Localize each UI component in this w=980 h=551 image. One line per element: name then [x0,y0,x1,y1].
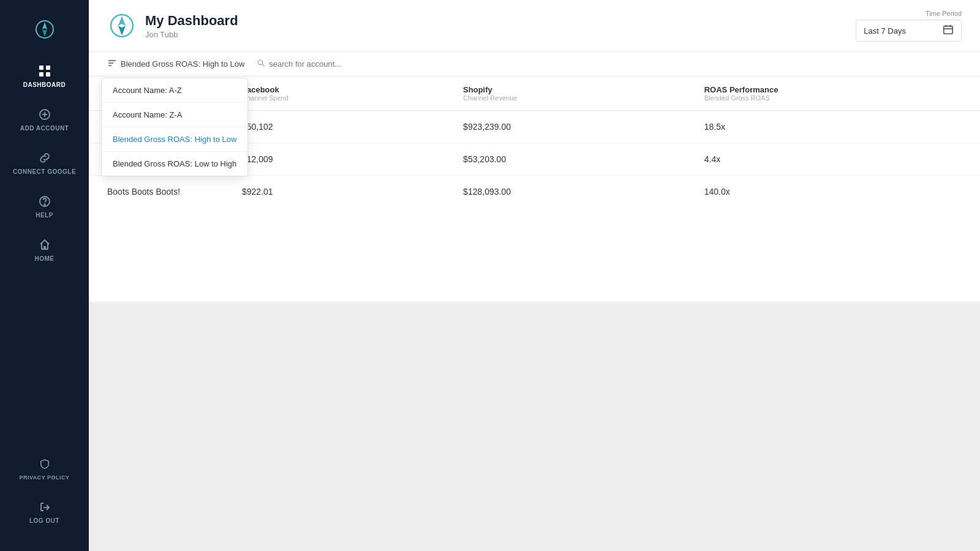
col-header-roas-main: ROAS Performance [704,85,962,94]
sidebar-item-connect-google[interactable]: CONNECT GOOGLE [0,143,89,184]
shield-icon [38,457,51,471]
dropdown-item-roas-high-low[interactable]: Blended Gross ROAS: High to Low [102,127,247,152]
search-icon [257,59,265,69]
sidebar-item-dashboard[interactable]: DASHBOARD [0,56,89,97]
search-wrapper [257,59,391,69]
link-icon [38,151,51,165]
header-left: My Dashboard Jon Tubb [107,11,238,40]
sort-dropdown: Account Name: A-Z Account Name: Z-A Blen… [101,78,248,176]
sidebar-item-connect-google-label: CONNECT GOOGLE [13,168,76,175]
sidebar-item-privacy-policy[interactable]: PRIVACY POLICY [0,449,89,489]
log-out-icon [38,500,51,514]
dropdown-item-roas-low-high[interactable]: Blended Gross ROAS: Low to High [102,152,247,176]
time-period-selector[interactable]: Last 7 Days [856,20,962,42]
col-header-facebook: Facebook Channel Spend [224,77,445,111]
header-right: Time Period Last 7 Days [856,10,962,42]
help-circle-icon [38,195,51,208]
page-title: My Dashboard [145,13,238,29]
sort-icon [107,58,117,70]
table-row: Boots Boots Boots! $922.01 $128,093.00 1… [89,176,980,208]
sidebar-logo [0,12,89,56]
search-input[interactable] [269,59,391,69]
dropdown-item-name-az[interactable]: Account Name: A-Z [102,78,247,103]
svg-rect-4 [46,72,50,77]
sidebar-item-home[interactable]: HOME [0,230,89,271]
sidebar-item-help-label: HELP [36,212,53,219]
row1-roas: 4.4x [686,143,980,176]
sidebar-nav: DASHBOARD ADD ACCOUNT CONNECT GOOGLE HEL… [0,56,89,449]
plus-circle-icon [38,108,51,121]
sidebar-item-add-account[interactable]: ADD ACCOUNT [0,99,89,140]
row1-facebook: $12,009 [224,143,445,176]
row2-account: Boots Boots Boots! [89,176,224,208]
svg-rect-11 [944,26,952,34]
time-period-label: Time Period [925,10,962,17]
grid-icon [38,64,51,78]
content-wrapper: Blended Gross ROAS: High to Low Account … [89,52,980,302]
col-header-shopify-main: Shopify [463,85,668,94]
sidebar: DASHBOARD ADD ACCOUNT CONNECT GOOGLE HEL… [0,0,89,551]
sidebar-item-log-out[interactable]: LOG OUT [0,492,89,533]
sidebar-logo-icon [34,18,56,40]
svg-rect-1 [39,66,43,70]
svg-point-18 [258,60,263,65]
sidebar-item-help[interactable]: HELP [0,186,89,227]
dropdown-item-name-za[interactable]: Account Name: Z-A [102,103,247,127]
empty-content-area [89,302,980,552]
row0-facebook: $50,102 [224,111,445,143]
home-icon [38,238,51,252]
col-header-shopify-sub: Channel Revenue [463,94,668,102]
page-header: My Dashboard Jon Tubb Time Period Last 7… [89,0,980,52]
col-header-roas: ROAS Performance Blended Gross ROAS [686,77,980,111]
svg-rect-3 [39,72,43,77]
svg-point-9 [44,204,45,205]
header-logo-icon [107,11,137,40]
header-title-block: My Dashboard Jon Tubb [145,13,238,39]
row2-facebook: $922.01 [224,176,445,208]
page-subtitle: Jon Tubb [145,30,238,39]
col-header-shopify: Shopify Channel Revenue [445,77,686,111]
row2-shopify: $128,093.00 [445,176,686,208]
svg-rect-2 [46,66,50,70]
row2-roas: 140.0x [686,176,980,208]
time-period-value: Last 7 Days [864,26,906,36]
sidebar-item-home-label: HOME [35,255,55,262]
col-header-facebook-sub: Channel Spend [242,94,426,102]
row0-shopify: $923,239.00 [445,111,686,143]
row1-shopify: $53,203.00 [445,143,686,176]
sort-label: Blended Gross ROAS: High to Low [121,59,244,69]
sidebar-item-log-out-label: LOG OUT [29,517,59,524]
sidebar-item-add-account-label: ADD ACCOUNT [20,125,69,132]
sidebar-item-privacy-policy-label: PRIVACY POLICY [19,474,69,481]
sort-button[interactable]: Blended Gross ROAS: High to Low [107,58,244,70]
col-header-roas-sub: Blended Gross ROAS [704,94,962,102]
svg-line-19 [262,64,265,67]
sidebar-item-dashboard-label: DASHBOARD [23,81,66,88]
sidebar-bottom: PRIVACY POLICY LOG OUT [0,449,89,539]
row0-roas: 18.5x [686,111,980,143]
calendar-icon [943,24,954,37]
main-content: My Dashboard Jon Tubb Time Period Last 7… [89,0,980,551]
col-header-facebook-main: Facebook [242,85,426,94]
toolbar: Blended Gross ROAS: High to Low Account … [89,52,980,77]
